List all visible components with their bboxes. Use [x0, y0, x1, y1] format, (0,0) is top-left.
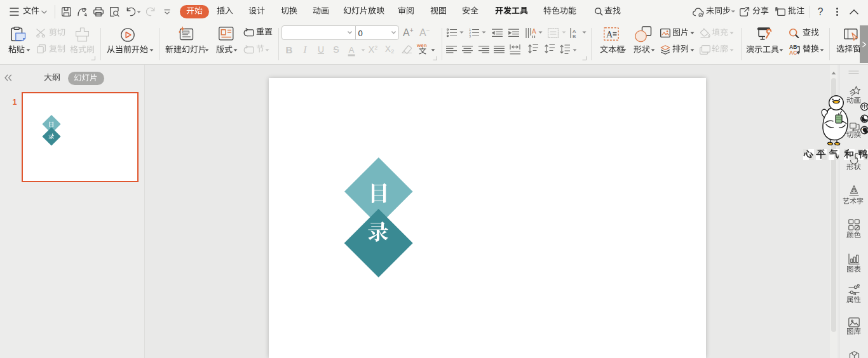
svg-text:A: A	[606, 30, 613, 39]
svg-text:AC: AC	[789, 50, 797, 55]
svg-text:3: 3	[469, 34, 471, 37]
svg-text:B: B	[573, 34, 576, 39]
svg-text:A: A	[532, 28, 536, 35]
